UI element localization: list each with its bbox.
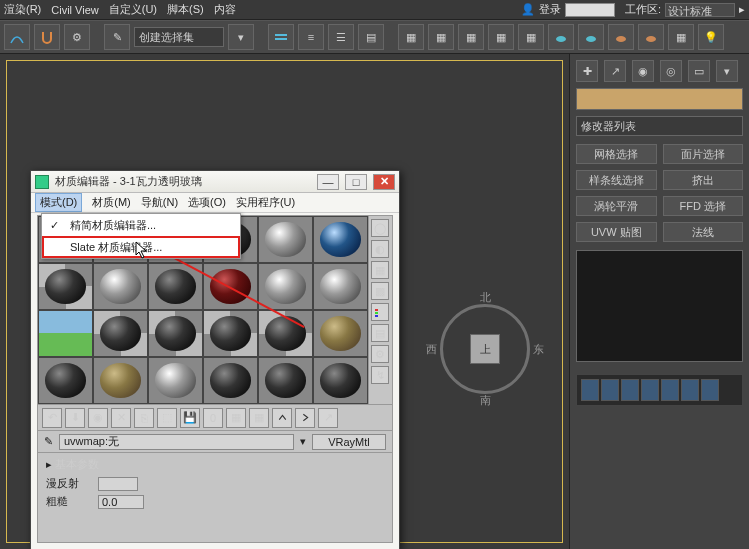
btn-patch-select[interactable]: 面片选择 [663,144,744,164]
tool-teapot4-icon[interactable] [638,24,664,50]
select-by-mtl-icon[interactable]: ↯ [371,366,389,384]
menu-script[interactable]: 脚本(S) [167,2,204,17]
sample-slot[interactable] [313,310,368,357]
pick-icon[interactable]: ↗ [318,408,338,428]
btn-turbosmooth[interactable]: 涡轮平滑 [576,196,657,216]
menu-material[interactable]: 材质(M) [92,195,131,210]
tool-panel-icon[interactable]: ▦ [668,24,694,50]
sample-slot[interactable] [93,310,148,357]
tool-align-icon[interactable]: ≡ [298,24,324,50]
rollout-header[interactable]: ▸ 基本参数 [46,457,384,472]
menu-content[interactable]: 内容 [214,2,236,17]
assign-icon[interactable]: ◉ [88,408,108,428]
sample-slot[interactable] [148,310,203,357]
material-name-field[interactable]: uvwmap:无 [59,434,294,450]
tool-magnet-icon[interactable] [34,24,60,50]
tab-display-icon[interactable]: ▭ [688,60,710,82]
tool-window1-icon[interactable]: ▦ [398,24,424,50]
tab-hierarchy-icon[interactable]: ◉ [632,60,654,82]
login-input[interactable] [565,3,615,17]
mod-icon[interactable] [601,379,619,401]
tool-teapot1-icon[interactable] [548,24,574,50]
selection-set-combo[interactable]: 创建选择集 [134,27,224,47]
tab-utilities-icon[interactable]: ▾ [716,60,738,82]
btn-ffd[interactable]: FFD 选择 [663,196,744,216]
mod-icon[interactable] [581,379,599,401]
tab-modify-icon[interactable]: ↗ [604,60,626,82]
menu-options[interactable]: 选项(O) [188,195,226,210]
tool-teapot2-icon[interactable] [578,24,604,50]
btn-uvw-map[interactable]: UVW 贴图 [576,222,657,242]
mod-icon[interactable] [641,379,659,401]
object-color-swatch[interactable] [576,88,743,110]
btn-normal[interactable]: 法线 [663,222,744,242]
make-unique-icon[interactable]: ⬚ [157,408,177,428]
get-material-icon[interactable]: ↶ [42,408,62,428]
menu-render[interactable]: 渲染(R) [4,2,41,17]
sample-slot[interactable] [313,216,368,263]
rough-value[interactable]: 0.0 [98,495,144,509]
go-forward-icon[interactable] [295,408,315,428]
sample-slot[interactable] [313,263,368,310]
sample-slot[interactable] [258,357,313,404]
tab-motion-icon[interactable]: ◎ [660,60,682,82]
menu-civilview[interactable]: Civil View [51,4,98,16]
maximize-button[interactable]: □ [345,174,367,190]
show-end-icon[interactable]: ▦ [249,408,269,428]
tool-window3-icon[interactable]: ▦ [458,24,484,50]
tool-curve-icon[interactable] [4,24,30,50]
put-to-library-icon[interactable]: 💾 [180,408,200,428]
tab-create-icon[interactable]: ✚ [576,60,598,82]
tool-brush-icon[interactable]: ✎ [104,24,130,50]
put-to-scene-icon[interactable]: ⬇ [65,408,85,428]
tool-material-icon[interactable]: ▦ [518,24,544,50]
tool-snap-icon[interactable]: ⚙ [64,24,90,50]
mod-icon[interactable] [621,379,639,401]
menu-mode[interactable]: 模式(D) [35,193,82,212]
options-icon[interactable]: ⚙ [371,345,389,363]
sample-slot[interactable] [203,310,258,357]
close-button[interactable]: ✕ [373,174,395,190]
viewcube-top[interactable]: 上 [470,334,500,364]
workspace-dropdown[interactable]: 设计标准 [665,3,735,17]
sample-slot[interactable] [38,310,93,357]
tool-grid-icon[interactable]: ▦ [488,24,514,50]
viewcube[interactable]: 上 北 南 东 西 [440,304,530,394]
chevron-right-icon[interactable]: ▸ [739,3,745,16]
name-dropdown-icon[interactable]: ▾ [300,435,306,448]
video-check-icon[interactable] [371,303,389,321]
minimize-button[interactable]: — [317,174,339,190]
tool-layers1-icon[interactable] [268,24,294,50]
copy-icon[interactable]: ⎘ [134,408,154,428]
mod-icon[interactable] [661,379,679,401]
menu-customize[interactable]: 自定义(U) [109,2,157,17]
sample-slot[interactable] [203,357,258,404]
sample-slot[interactable] [258,216,313,263]
tool-teapot3-icon[interactable] [608,24,634,50]
sample-slot[interactable] [313,357,368,404]
show-map-icon[interactable]: ▦ [226,408,246,428]
mtl-id-icon[interactable]: 0 [203,408,223,428]
mod-icon[interactable] [701,379,719,401]
sample-slot[interactable] [93,263,148,310]
uv-tiling-icon[interactable]: ▩ [371,282,389,300]
eyedropper-icon[interactable]: ✎ [44,435,53,448]
sample-slot[interactable] [38,263,93,310]
tool-bulb-icon[interactable]: 💡 [698,24,724,50]
go-parent-icon[interactable] [272,408,292,428]
btn-mesh-select[interactable]: 网格选择 [576,144,657,164]
make-preview-icon[interactable]: ▤ [371,324,389,342]
background-icon[interactable]: ▦ [371,261,389,279]
mod-icon[interactable] [681,379,699,401]
btn-spline-select[interactable]: 样条线选择 [576,170,657,190]
tool-dropdown-icon[interactable]: ▾ [228,24,254,50]
menu-compact-editor[interactable]: 精简材质编辑器... [42,214,240,236]
material-editor-titlebar[interactable]: 材质编辑器 - 3-1瓦力透明玻璃 — □ ✕ [31,171,399,193]
sample-slot[interactable] [258,263,313,310]
modifier-list-dropdown[interactable]: 修改器列表 [576,116,743,136]
sample-type-icon[interactable]: ◯ [371,219,389,237]
tool-list-icon[interactable]: ☰ [328,24,354,50]
sample-slot[interactable] [148,357,203,404]
tool-stack-icon[interactable]: ▤ [358,24,384,50]
sample-slot[interactable] [93,357,148,404]
